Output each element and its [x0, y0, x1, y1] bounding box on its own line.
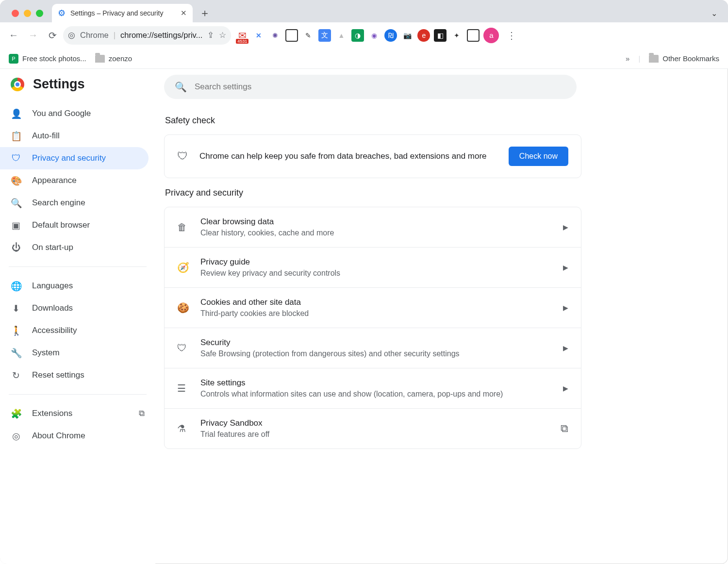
sidebar-item-label: Auto-fill [32, 131, 60, 141]
extension-x[interactable]: ✕ [252, 29, 265, 42]
sidebar-item-languages[interactable]: 🌐Languages [0, 275, 155, 297]
extension-up[interactable]: ▲ [335, 29, 347, 42]
forward-button[interactable]: → [24, 27, 42, 44]
row-title: Privacy guide [200, 257, 551, 267]
sidebar-item-you-and-google[interactable]: 👤You and Google [0, 102, 155, 125]
privacy-row-cookies-and-other-site-data[interactable]: 🍪Cookies and other site dataThird-party … [165, 287, 581, 328]
chevron-right-icon: ▶ [563, 223, 568, 231]
extension-burst[interactable]: ✺ [269, 29, 281, 42]
sidebar-item-reset-settings[interactable]: ↻Reset settings [0, 364, 155, 386]
window-controls [12, 10, 43, 17]
omnibox-url: chrome://settings/priv... [120, 31, 202, 40]
palette-icon: 🎨 [11, 175, 21, 186]
extensions-puzzle-icon[interactable]: ✦ [450, 29, 463, 42]
privacy-row-privacy-sandbox[interactable]: ⚗Privacy SandboxTrial features are off⧉ [165, 408, 581, 448]
row-title: Clear browsing data [200, 217, 551, 227]
search-input[interactable] [195, 82, 566, 92]
tab-title: Settings – Privacy and security [70, 9, 176, 17]
chrome-menu-button[interactable]: ⋮ [503, 27, 520, 44]
close-window[interactable] [12, 10, 19, 17]
extension-red[interactable]: e [417, 29, 430, 42]
flask-icon: ⚗ [177, 423, 189, 434]
sidebar-item-label: About Chrome [32, 431, 85, 441]
tab-search-button[interactable]: ⌄ [711, 9, 717, 18]
omnibox[interactable]: ◎ Chrome | chrome://settings/priv... ⇪ ☆ [63, 26, 231, 45]
sidebar-item-label: Search engine [32, 198, 85, 208]
gmail-extension[interactable]: ✉ 4531 [236, 29, 248, 42]
safety-check-heading: Safety check [165, 116, 709, 126]
extension-green[interactable]: ◑ [351, 29, 364, 42]
sidebar-item-label: Appearance [32, 176, 77, 185]
sidebar-item-accessibility[interactable]: 🚶Accessibility [0, 319, 155, 342]
bookmark-star-icon[interactable]: ☆ [219, 31, 226, 40]
folder-icon [649, 55, 659, 63]
profile-avatar[interactable]: a [483, 28, 499, 43]
extension-circle[interactable]: ₪ [384, 29, 397, 42]
back-button[interactable]: ← [5, 27, 22, 44]
shield-icon: 🛡 [11, 153, 21, 164]
privacy-row-clear-browsing-data[interactable]: 🗑Clear browsing dataClear history, cooki… [165, 207, 581, 247]
bookmarks-overflow[interactable]: » [626, 54, 629, 63]
sidebar-item-about-chrome[interactable]: ◎About Chrome [0, 425, 155, 447]
sidebar-item-label: On start-up [32, 243, 73, 252]
chevron-right-icon: ▶ [563, 304, 568, 312]
site-info-icon: ◎ [68, 31, 75, 40]
omnibox-scheme: Chrome [80, 31, 109, 40]
similarweb-extension[interactable]: ◉ [368, 29, 381, 42]
chevron-right-icon: ▶ [563, 264, 568, 271]
sidebar-item-system[interactable]: 🔧System [0, 342, 155, 364]
side-panel-button[interactable] [467, 29, 480, 42]
figma-extension[interactable]: ◧ [434, 29, 447, 42]
row-title: Site settings [200, 378, 551, 388]
sidebar-item-label: Extensions [32, 409, 72, 418]
sidebar-item-downloads[interactable]: ⬇Downloads [0, 297, 155, 319]
settings-title: Settings [33, 77, 85, 92]
sidebar-item-privacy-and-security[interactable]: 🛡Privacy and security [0, 147, 149, 169]
bookmark-folder-zoenzo[interactable]: zoenzo [95, 54, 132, 63]
other-bookmarks[interactable]: Other Bookmarks [649, 54, 719, 63]
bookmark-pexels[interactable]: P Free stock photos... [9, 54, 86, 64]
wrench-icon: 🔧 [11, 348, 21, 359]
chrome-logo-icon [11, 78, 24, 91]
privacy-row-security[interactable]: 🛡SecuritySafe Browsing (protection from … [165, 328, 581, 368]
external-link-icon: ⧉ [139, 409, 145, 418]
translate-extension[interactable]: 文 [318, 29, 331, 42]
sidebar-item-label: You and Google [32, 109, 91, 118]
zoom-window[interactable] [36, 10, 43, 17]
row-subtitle: Safe Browsing (protection from dangerous… [200, 349, 551, 358]
sidebar-item-search-engine[interactable]: 🔍Search engine [0, 192, 155, 214]
row-subtitle: Controls what information sites can use … [200, 390, 551, 398]
new-tab-button[interactable]: ＋ [199, 6, 210, 20]
bookmark-label: zoenzo [109, 54, 132, 63]
bookmark-label: Other Bookmarks [662, 54, 719, 63]
sidebar-item-appearance[interactable]: 🎨Appearance [0, 169, 155, 192]
sidebar-item-on-start-up[interactable]: ⏻On start-up [0, 236, 155, 259]
folder-icon [95, 55, 105, 63]
sidebar-item-default-browser[interactable]: ▣Default browser [0, 214, 155, 236]
sidebar-item-extensions[interactable]: 🧩Extensions⧉ [0, 402, 155, 425]
chevron-right-icon: ▶ [563, 384, 568, 392]
shield-check-icon: 🛡 [177, 150, 188, 163]
accessibility-icon: 🚶 [11, 325, 21, 336]
globe-icon: 🌐 [11, 281, 21, 292]
camera-extension[interactable]: 📷 [401, 29, 414, 42]
clipboard-icon: 📋 [11, 131, 21, 142]
reload-button[interactable]: ⟳ [44, 27, 61, 44]
sidebar-item-auto-fill[interactable]: 📋Auto-fill [0, 125, 155, 147]
chrome-icon: ◎ [11, 431, 21, 442]
tab-settings[interactable]: ⚙ Settings – Privacy and security ✕ [52, 4, 193, 22]
gmail-badge: 4531 [236, 39, 248, 44]
share-icon[interactable]: ⇪ [207, 31, 214, 40]
settings-search[interactable]: 🔍 [164, 75, 577, 99]
close-tab-icon[interactable]: ✕ [181, 9, 187, 17]
person-icon: 👤 [11, 108, 21, 119]
privacy-row-site-settings[interactable]: ☰Site settingsControls what information … [165, 368, 581, 408]
extension-frame[interactable] [285, 29, 298, 42]
cookie-icon: 🍪 [177, 302, 189, 314]
eyedropper-extension[interactable]: ✎ [302, 29, 314, 42]
sidebar-item-label: Default browser [32, 220, 90, 230]
settings-sidebar: Settings 👤You and Google📋Auto-fill🛡Priva… [0, 69, 155, 564]
minimize-window[interactable] [24, 10, 31, 17]
check-now-button[interactable]: Check now [509, 147, 568, 166]
privacy-row-privacy-guide[interactable]: 🧭Privacy guideReview key privacy and sec… [165, 247, 581, 287]
